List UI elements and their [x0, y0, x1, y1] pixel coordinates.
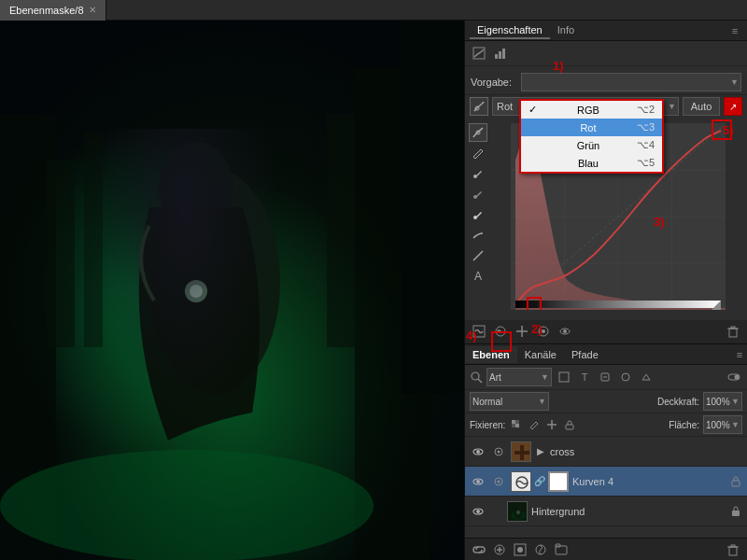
- layer-delete-btn[interactable]: [724, 541, 742, 558]
- tab-close-icon[interactable]: ✕: [89, 5, 96, 15]
- corner-button[interactable]: ↗: [724, 97, 742, 116]
- svg-point-47: [472, 372, 479, 380]
- opacity-input[interactable]: [703, 392, 742, 411]
- layer-vis-hintergrund[interactable]: [470, 503, 486, 520]
- svg-rect-12: [84, 133, 103, 347]
- layers-panel: Ebenen Kanäle Pfade ≡ Art: [465, 343, 747, 560]
- layer-thumb-hintergrund: [507, 501, 528, 522]
- dropdown-item-rot[interactable]: Rot ⌥3: [521, 119, 662, 136]
- svg-rect-49: [559, 372, 569, 382]
- action-icon-2[interactable]: [491, 323, 510, 340]
- svg-point-9: [190, 285, 203, 298]
- tab-eigenschaften[interactable]: Eigenschaften: [470, 22, 550, 39]
- document-tab[interactable]: Ebenenmaske/8 ✕: [0, 0, 106, 21]
- layer-chain-kurven4[interactable]: 🔗: [535, 476, 544, 486]
- blend-mode-select[interactable]: Normal: [470, 392, 549, 411]
- curves-tools: A: [469, 123, 489, 316]
- dropdown-item-rgb[interactable]: ✓ RGB ⌥2: [521, 101, 662, 119]
- filter-icon-2[interactable]: T: [576, 369, 593, 385]
- layer-mask-icon-kurven4[interactable]: [490, 473, 507, 490]
- svg-point-6: [149, 170, 280, 394]
- action-icon-4[interactable]: [534, 323, 553, 340]
- fill-wrapper: ▼: [703, 415, 742, 434]
- eyedropper-mid-tool[interactable]: [469, 185, 487, 203]
- curve-smooth-tool[interactable]: [469, 226, 487, 245]
- canvas-image: [0, 21, 464, 560]
- svg-rect-65: [514, 451, 529, 455]
- svg-rect-72: [732, 481, 740, 486]
- shortcut-blau: ⌥5: [637, 157, 655, 169]
- svg-rect-34: [515, 301, 721, 308]
- vorgabe-select[interactable]: [521, 73, 741, 91]
- svg-rect-58: [566, 425, 573, 429]
- layer-lock-cross[interactable]: [490, 443, 507, 460]
- action-icon-3[interactable]: [513, 323, 531, 340]
- layer-adjustment-btn[interactable]: [531, 541, 550, 558]
- channel-dropdown-arrow: ▼: [668, 102, 676, 111]
- svg-point-82: [517, 547, 523, 553]
- auto-button[interactable]: Auto: [683, 97, 720, 116]
- tab-ebenen[interactable]: Ebenen: [465, 346, 517, 363]
- svg-rect-17: [502, 49, 505, 59]
- action-icon-eye[interactable]: [556, 323, 574, 340]
- svg-point-22: [473, 216, 477, 219]
- canvas-area[interactable]: [0, 21, 464, 560]
- filter-select-wrapper: Art ▼: [486, 368, 552, 386]
- fix-icon-transparent[interactable]: [509, 417, 524, 432]
- layer-lock-btn-kurven4[interactable]: [729, 475, 742, 488]
- layer-hintergrund[interactable]: Hintergrund: [465, 497, 747, 526]
- layer-mask-kurven4: [548, 471, 569, 492]
- curve-text-tool[interactable]: A: [469, 267, 487, 286]
- eyedropper-hi-tool[interactable]: [469, 205, 487, 224]
- layer-group-cross[interactable]: ▶ cross: [465, 437, 747, 467]
- layers-menu-button[interactable]: ≡: [732, 347, 747, 362]
- dropdown-item-gruen[interactable]: Grün ⌥4: [521, 136, 662, 154]
- svg-rect-86: [729, 547, 737, 555]
- svg-point-62: [498, 450, 500, 453]
- canvas-svg: [0, 21, 464, 560]
- layer-link-btn[interactable]: [470, 541, 488, 558]
- filter-icon-5[interactable]: [638, 369, 655, 385]
- histogram-icon[interactable]: [491, 44, 510, 63]
- curve-corner-tool[interactable]: [469, 246, 487, 265]
- properties-menu-button[interactable]: ≡: [727, 23, 742, 38]
- layer-vis-kurven4[interactable]: [470, 473, 486, 490]
- svg-rect-5: [402, 21, 464, 394]
- channel-dropdown-overlay: ✓ RGB ⌥2 Rot ⌥3 Grün ⌥4 Blau ⌥5: [519, 99, 664, 174]
- action-icon-delete[interactable]: [724, 323, 742, 340]
- curve-pencil-tool[interactable]: [469, 144, 487, 162]
- svg-point-53: [735, 375, 740, 380]
- filter-icon-1[interactable]: [556, 369, 572, 385]
- group-expand-arrow[interactable]: ▶: [535, 446, 546, 457]
- eyedropper-tool[interactable]: [469, 164, 487, 183]
- svg-rect-88: [731, 545, 735, 547]
- tab-info[interactable]: Info: [550, 22, 582, 39]
- tab-bar: Ebenenmaske/8 ✕: [0, 0, 747, 21]
- svg-point-10: [0, 450, 374, 560]
- layer-lock-hintergrund[interactable]: [729, 505, 742, 518]
- filter-icon-3[interactable]: [597, 369, 613, 385]
- tab-pfade[interactable]: Pfade: [564, 346, 606, 363]
- layer-mask-btn[interactable]: [511, 541, 529, 558]
- filter-toggle[interactable]: [726, 369, 742, 385]
- svg-point-8: [185, 280, 207, 302]
- action-icon-1[interactable]: [470, 323, 488, 340]
- layer-fx-btn[interactable]: [490, 541, 509, 558]
- curve-select-tool[interactable]: [469, 123, 487, 142]
- curve-point-tool[interactable]: [470, 97, 488, 116]
- layer-group-btn[interactable]: [552, 541, 571, 558]
- tab-kanaele[interactable]: Kanäle: [517, 346, 564, 363]
- fill-input[interactable]: [703, 415, 742, 434]
- filter-icon-4[interactable]: [617, 369, 634, 385]
- svg-point-21: [473, 195, 477, 199]
- dropdown-item-blau[interactable]: Blau ⌥5: [521, 154, 662, 172]
- fix-icon-lock[interactable]: [562, 417, 577, 432]
- fix-icon-move[interactable]: [544, 417, 559, 432]
- curves-icon[interactable]: [470, 44, 488, 63]
- layer-vis-cross[interactable]: [470, 443, 486, 460]
- filter-select[interactable]: Art: [486, 368, 552, 386]
- svg-rect-15: [495, 54, 498, 59]
- fix-icon-brush[interactable]: [527, 417, 542, 432]
- layer-list: ▶ cross 🔗 Kurv: [465, 437, 747, 538]
- layer-kurven4[interactable]: 🔗 Kurven 4: [465, 467, 747, 497]
